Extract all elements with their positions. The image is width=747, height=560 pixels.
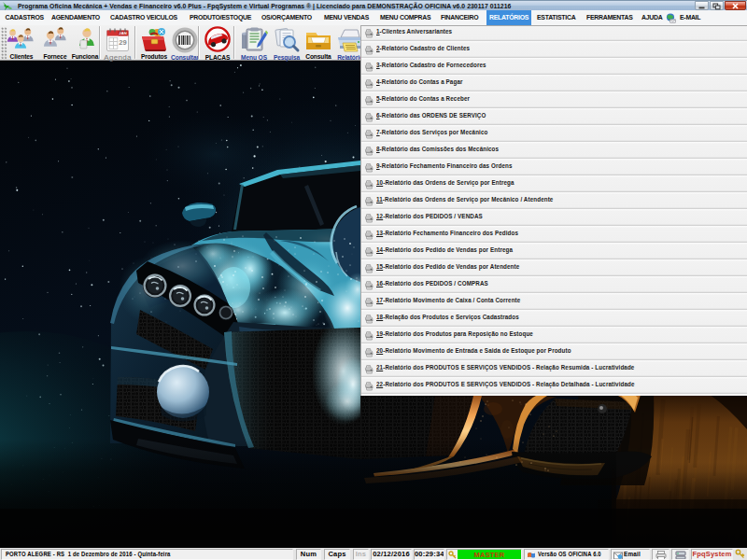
svg-text:29: 29 [119,38,126,47]
